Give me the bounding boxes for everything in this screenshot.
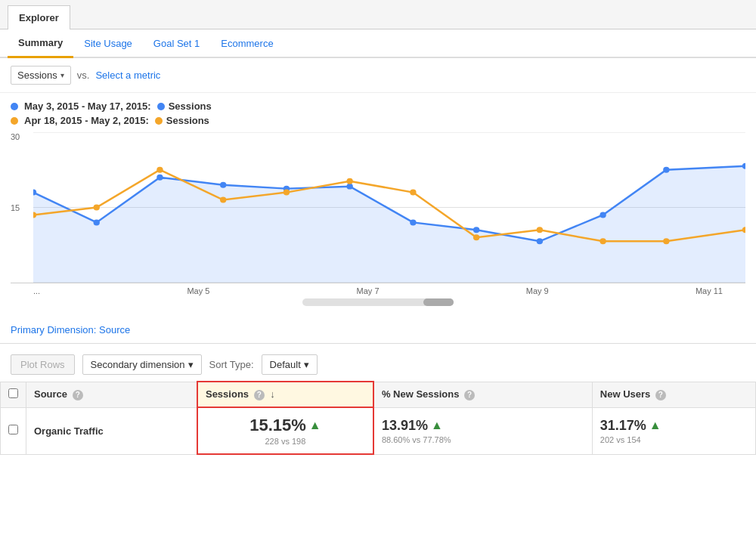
sessions-sub: 228 vs 198 xyxy=(206,437,365,446)
x-label-3: May 9 xyxy=(526,286,549,295)
source-help-icon[interactable]: ? xyxy=(73,390,83,400)
plot-rows-button: Plot Rows xyxy=(11,354,75,375)
y-label-top: 30 xyxy=(11,132,20,141)
primary-dimension: Primary Dimension: Source xyxy=(0,317,756,339)
th-source: Source ? xyxy=(26,382,197,407)
sessions-help-icon[interactable]: ? xyxy=(254,390,265,400)
svg-point-17 xyxy=(94,205,100,211)
dropdown-arrow-icon: ▾ xyxy=(60,71,64,79)
sub-tab-bar: Summary Site Usage Goal Set 1 Ecommerce xyxy=(0,29,756,58)
new-users-sub: 202 vs 154 xyxy=(600,435,748,444)
svg-point-20 xyxy=(284,190,290,196)
table-controls: Plot Rows Secondary dimension ▾ Sort Typ… xyxy=(0,348,756,381)
tab-goal-set-1[interactable]: Goal Set 1 xyxy=(143,30,210,57)
metric-label: Sessions xyxy=(17,70,57,81)
new-users-help-icon[interactable]: ? xyxy=(655,390,666,400)
row-checkbox-cell xyxy=(1,407,26,454)
svg-point-5 xyxy=(94,219,100,225)
svg-point-13 xyxy=(600,212,606,218)
svg-point-6 xyxy=(156,175,163,181)
th-new-sessions: % New Sessions ? xyxy=(373,382,592,407)
metric-dropdown[interactable]: Sessions ▾ xyxy=(11,66,71,85)
chart-container: 30 15 xyxy=(11,132,745,283)
svg-point-18 xyxy=(156,167,163,173)
table-row: Organic Traffic 15.15% ▲ 228 vs 198 13.9… xyxy=(1,407,756,454)
new-sessions-sub: 88.60% vs 77.78% xyxy=(382,435,584,444)
svg-point-19 xyxy=(220,197,226,203)
new-sessions-cell: 13.91% ▲ 88.60% vs 77.78% xyxy=(373,407,592,454)
svg-point-14 xyxy=(663,167,669,173)
new-sessions-up-arrow-icon: ▲ xyxy=(431,419,443,432)
x-label-1: May 5 xyxy=(187,286,209,295)
data-table: Source ? Sessions ? ↓ % New Sessions ? N… xyxy=(0,381,756,455)
svg-point-22 xyxy=(410,190,416,196)
select-all-checkbox[interactable] xyxy=(8,388,18,398)
explorer-tab[interactable]: Explorer xyxy=(8,5,70,29)
legend-dot-primary2 xyxy=(157,103,165,110)
svg-point-10 xyxy=(410,219,416,225)
chart-area: 30 15 xyxy=(0,132,756,317)
explorer-tab-bar: Explorer xyxy=(0,0,756,29)
x-label-4: May 11 xyxy=(696,286,723,295)
chart-scrollbar[interactable] xyxy=(11,295,745,309)
svg-point-9 xyxy=(346,184,352,190)
svg-point-11 xyxy=(473,227,479,233)
tab-site-usage[interactable]: Site Usage xyxy=(73,30,143,57)
divider xyxy=(0,343,756,344)
legend-dot-secondary2 xyxy=(155,117,163,125)
svg-point-21 xyxy=(346,178,352,184)
svg-point-7 xyxy=(220,182,226,188)
tab-summary[interactable]: Summary xyxy=(8,29,73,58)
legend-date-primary: May 3, 2015 - May 17, 2015: xyxy=(24,100,151,112)
th-new-users: New Users ? xyxy=(592,382,755,407)
sessions-sort-icon[interactable]: ↓ xyxy=(270,388,275,400)
legend-area: May 3, 2015 - May 17, 2015: Sessions Apr… xyxy=(0,93,756,132)
sort-type-label: Sort Type: xyxy=(209,359,254,370)
th-checkbox xyxy=(1,382,26,407)
tab-ecommerce[interactable]: Ecommerce xyxy=(210,30,284,57)
svg-point-26 xyxy=(663,238,669,244)
x-label-2: May 7 xyxy=(357,286,380,295)
secondary-dimension-button[interactable]: Secondary dimension ▾ xyxy=(82,354,202,375)
sort-type-button[interactable]: Default ▾ xyxy=(262,354,318,375)
th-sessions[interactable]: Sessions ? ↓ xyxy=(197,382,373,407)
svg-point-12 xyxy=(537,238,543,244)
legend-metric-secondary: Sessions xyxy=(155,115,209,126)
legend-metric-primary: Sessions xyxy=(157,100,212,112)
x-label-0: ... xyxy=(33,286,40,295)
svg-point-25 xyxy=(600,238,606,244)
svg-point-24 xyxy=(537,227,543,233)
scrollbar-track[interactable] xyxy=(302,298,454,306)
svg-point-23 xyxy=(473,234,479,240)
sessions-cell: 15.15% ▲ 228 vs 198 xyxy=(197,407,373,454)
legend-dot-primary xyxy=(11,103,18,110)
row-checkbox[interactable] xyxy=(8,425,18,434)
source-cell: Organic Traffic xyxy=(26,407,197,454)
vs-label: vs. xyxy=(77,70,90,81)
legend-row-primary: May 3, 2015 - May 17, 2015: Sessions xyxy=(11,100,745,112)
sort-type-arrow-icon: ▾ xyxy=(304,359,309,370)
scrollbar-thumb[interactable] xyxy=(423,298,454,306)
svg-marker-3 xyxy=(33,166,745,283)
legend-row-secondary: Apr 18, 2015 - May 2, 2015: Sessions xyxy=(11,115,745,126)
new-users-up-arrow-icon: ▲ xyxy=(649,419,662,432)
chart-svg xyxy=(33,132,745,283)
secondary-dim-arrow-icon: ▾ xyxy=(188,359,194,370)
table-header-row: Source ? Sessions ? ↓ % New Sessions ? N… xyxy=(1,382,756,407)
x-axis: ... May 5 May 7 May 9 May 11 xyxy=(11,283,745,295)
sessions-value: 15.15% ▲ xyxy=(206,416,365,435)
new-sessions-value: 13.91% ▲ xyxy=(382,418,584,434)
y-label-mid: 15 xyxy=(11,203,20,212)
new-users-cell: 31.17% ▲ 202 vs 154 xyxy=(592,407,755,454)
legend-dot-secondary xyxy=(11,117,18,125)
new-users-value: 31.17% ▲ xyxy=(600,418,748,434)
sessions-up-arrow-icon: ▲ xyxy=(309,419,321,432)
select-metric-link[interactable]: Select a metric xyxy=(95,70,160,81)
new-sessions-help-icon[interactable]: ? xyxy=(464,390,475,400)
metric-selector-row: Sessions ▾ vs. Select a metric xyxy=(0,58,756,93)
legend-date-secondary: Apr 18, 2015 - May 2, 2015: xyxy=(24,115,149,126)
